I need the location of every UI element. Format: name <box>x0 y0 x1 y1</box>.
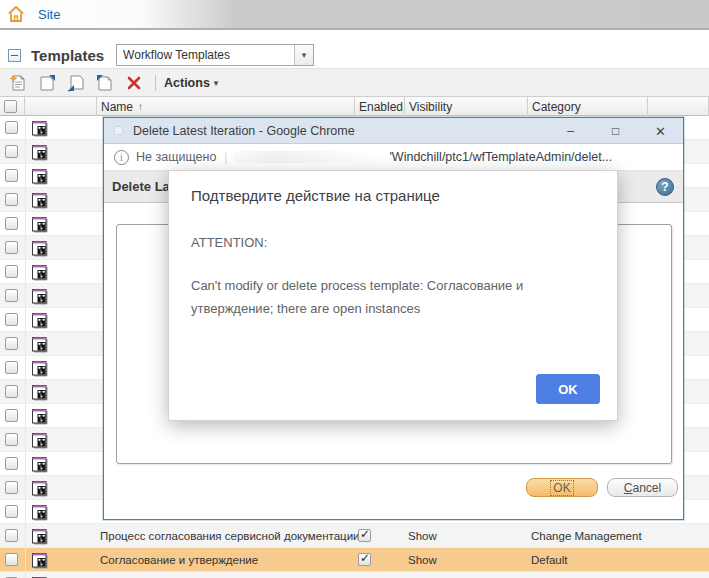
chevron-down-icon[interactable]: ▾ <box>294 45 313 65</box>
info-icon[interactable]: i <box>114 150 129 165</box>
home-icon[interactable] <box>6 4 26 24</box>
column-divider <box>25 548 26 571</box>
column-divider <box>25 524 26 547</box>
row-checkbox[interactable] <box>5 337 18 350</box>
row-checkbox[interactable] <box>5 457 18 470</box>
help-icon[interactable]: ? <box>656 178 674 196</box>
workflow-template-icon <box>31 311 48 333</box>
row-checkbox[interactable] <box>5 289 18 302</box>
column-header-category[interactable]: Category <box>528 97 648 116</box>
copy-icon[interactable] <box>36 73 58 93</box>
column-divider <box>25 452 26 475</box>
row-checkbox[interactable] <box>5 505 18 518</box>
delete-icon[interactable] <box>123 73 145 93</box>
close-icon[interactable]: ✕ <box>638 124 683 139</box>
row-checkbox[interactable] <box>5 433 18 446</box>
template-type-dropdown[interactable]: Workflow Templates ▾ <box>116 44 314 66</box>
collapse-icon[interactable] <box>8 49 21 62</box>
category-value: Change Management <box>531 524 642 548</box>
column-divider <box>25 284 26 307</box>
templates-header: Templates Workflow Templates ▾ <box>0 42 709 68</box>
column-divider <box>25 380 26 403</box>
workflow-template-icon <box>31 239 48 261</box>
name-header-label: Name <box>101 100 133 114</box>
row-checkbox[interactable] <box>5 481 18 494</box>
new-template-icon[interactable] <box>7 73 29 93</box>
dialog-message: Can't modify or delete process template:… <box>191 275 591 321</box>
visibility-value: Show <box>408 548 437 572</box>
workflow-template-icon <box>31 167 48 189</box>
row-checkbox[interactable] <box>5 529 18 542</box>
workflow-template-icon <box>31 287 48 309</box>
popup-window-title: Delete Latest Iteration - Google Chrome <box>133 124 355 138</box>
row-checkbox[interactable] <box>5 241 18 254</box>
column-divider <box>25 308 26 331</box>
row-checkbox[interactable] <box>5 313 18 326</box>
column-divider <box>25 212 26 235</box>
toolbar-divider <box>155 75 156 91</box>
column-divider <box>25 332 26 355</box>
popup-title-bar[interactable]: Delete Latest Iteration - Google Chrome … <box>104 118 683 144</box>
column-divider <box>25 116 26 139</box>
template-type-value: Workflow Templates <box>117 48 294 62</box>
template-name[interactable]: Согласование и утверждение <box>100 548 258 572</box>
row-checkbox[interactable] <box>5 265 18 278</box>
select-all-checkbox[interactable] <box>4 100 17 113</box>
column-divider <box>25 356 26 379</box>
window-controls: – □ ✕ <box>548 118 683 144</box>
row-checkbox[interactable] <box>5 553 18 566</box>
not-secure-label: Не защищено <box>136 150 216 164</box>
workflow-template-icon <box>31 359 48 381</box>
enabled-checkbox[interactable]: ✓ <box>358 553 371 566</box>
column-divider <box>25 476 26 499</box>
enabled-checkbox[interactable]: ✓ <box>358 529 371 542</box>
address-bar[interactable]: i Не защищено | 'Windchill/ptc1/wfTempla… <box>104 144 683 171</box>
row-checkbox[interactable] <box>5 409 18 422</box>
check-icon: ✓ <box>360 527 370 541</box>
column-header-name[interactable]: Name ↑ <box>97 97 355 116</box>
workflow-template-icon <box>31 119 48 141</box>
table-row[interactable]: Процесс согласования сервисной документа… <box>0 524 709 548</box>
paste-icon[interactable] <box>65 73 87 93</box>
table-row[interactable]: Согласование и утверждение✓ShowDefault <box>0 548 709 572</box>
windchill-app: Site Templates Workflow Templates ▾ <box>0 0 709 578</box>
export-icon[interactable] <box>94 73 116 93</box>
breadcrumb-site[interactable]: Site <box>38 7 60 22</box>
row-checkbox[interactable] <box>5 361 18 374</box>
windchill-ok-label: OK <box>551 481 572 495</box>
column-header-visibility[interactable]: Visibility <box>405 97 528 116</box>
actions-menu-button[interactable]: Actions ▾ <box>164 76 218 90</box>
windchill-page-title: Delete La <box>112 179 170 194</box>
minimize-icon[interactable]: – <box>548 124 593 138</box>
row-checkbox[interactable] <box>5 145 18 158</box>
js-confirm-dialog: Подтвердите действие на странице ATTENTI… <box>168 170 618 421</box>
windchill-ok-button[interactable]: OK <box>526 478 598 497</box>
windchill-cancel-button[interactable]: Cancel <box>607 478 678 497</box>
row-checkbox[interactable] <box>5 121 18 134</box>
dialog-ok-button[interactable]: OK <box>536 374 600 404</box>
select-all-cell <box>0 97 25 116</box>
favicon-placeholder <box>114 126 123 135</box>
top-navigation-bar: Site <box>0 0 709 30</box>
row-checkbox[interactable] <box>5 193 18 206</box>
enabled-header-label: Enabled <box>359 100 403 114</box>
maximize-icon[interactable]: □ <box>593 124 638 138</box>
column-divider <box>25 164 26 187</box>
workflow-template-icon <box>31 431 48 453</box>
table-header: Name ↑ Enabled Visibility Category <box>0 96 709 116</box>
table-row[interactable] <box>0 572 709 578</box>
column-divider <box>25 428 26 451</box>
template-name[interactable]: Процесс согласования сервисной документа… <box>100 524 359 548</box>
visibility-value: Show <box>408 524 437 548</box>
column-header-enabled[interactable]: Enabled <box>355 97 405 116</box>
workflow-template-icon <box>31 335 48 357</box>
url-text: 'Windchill/ptc1/wfTemplateAdmin/delet... <box>389 150 612 164</box>
row-checkbox[interactable] <box>5 169 18 182</box>
column-header-extra <box>648 97 709 116</box>
workflow-template-icon <box>31 503 48 525</box>
actions-label: Actions <box>164 76 210 90</box>
redacted-url-segment <box>233 151 381 163</box>
row-checkbox[interactable] <box>5 217 18 230</box>
row-checkbox[interactable] <box>5 385 18 398</box>
table-toolbar: Actions ▾ <box>0 68 709 96</box>
